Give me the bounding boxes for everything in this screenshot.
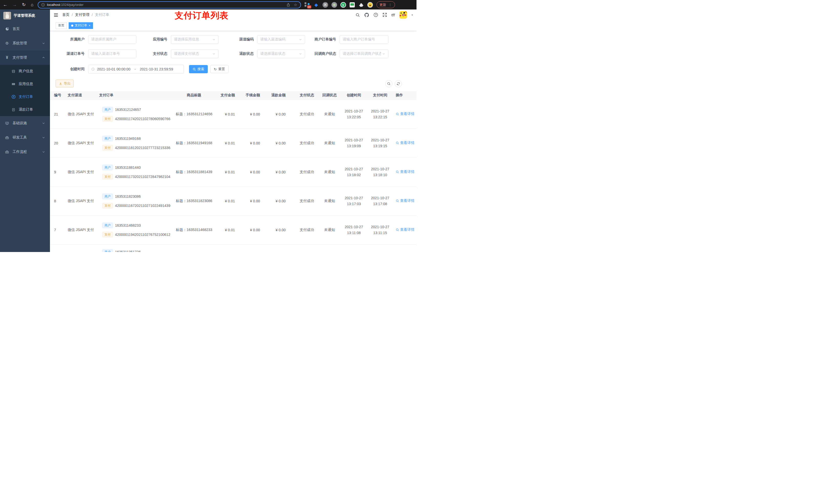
address-bar[interactable]: localhost:1024/pay/order ☆	[38, 1, 301, 8]
app-select[interactable]: 请选择应用信息	[171, 35, 218, 44]
sidebar-item-workflow[interactable]: 工作流程	[0, 145, 50, 159]
user-avatar[interactable]	[399, 11, 407, 19]
filter-label: 支付状态	[139, 51, 167, 56]
create-time-range-input[interactable]: 2021-10-01 00:00:00 - 2021-10-31 23:59:5…	[88, 65, 184, 73]
sidebar-logo[interactable]: 芋道管理系统	[0, 9, 50, 22]
sidebar-item-merchant-info[interactable]: 商户信息	[0, 65, 50, 78]
sidebar-item-system[interactable]: ⚙ 系统管理	[0, 36, 50, 50]
help-icon[interactable]: ?	[374, 13, 378, 17]
extension-dot-icon[interactable]	[331, 2, 337, 8]
browser-update-button[interactable]: 更新 ⋮	[377, 1, 395, 8]
site-info-icon[interactable]	[41, 3, 45, 7]
breadcrumb-pay-order: 支付订单	[95, 13, 110, 17]
sidebar-item-label: 退款订单	[19, 107, 33, 112]
tab-pay-order[interactable]: 支付订单 ×	[69, 22, 93, 29]
browser-back-icon[interactable]: ←	[3, 3, 7, 7]
extension-command-icon[interactable]: ⌘	[323, 2, 328, 8]
yen-icon: ¥	[5, 55, 9, 60]
browser-forward-icon[interactable]: →	[13, 3, 17, 7]
sidebar-item-refund-order[interactable]: 退款订单	[0, 103, 50, 116]
sidebar-item-label: 首页	[13, 27, 20, 31]
table-header-row: 编号 支付渠道 支付订单 商品标题 支付金额 手续金额 退款金额 支付状态 回调…	[50, 91, 416, 100]
sidebar-submenu-payment: 商户信息 应用信息 ¥ 支付订单	[0, 65, 50, 116]
merchant-tag: 商户	[102, 136, 113, 141]
merchant-tag: 商户	[102, 194, 113, 199]
gear-icon: ⚙	[5, 41, 9, 46]
date-start: 2021-10-01 00:00:00	[97, 67, 130, 71]
user-menu-caret-icon[interactable]: ▾	[411, 13, 413, 17]
channel-order-no-input[interactable]: 请输入渠道订单号	[88, 49, 136, 58]
reset-button[interactable]: ↻ 重置	[210, 65, 229, 73]
col-header-id: 编号	[50, 91, 64, 100]
chevron-down-icon	[212, 52, 215, 55]
breadcrumb-home[interactable]: 首页	[62, 13, 69, 17]
chevron-up-icon	[42, 56, 45, 59]
view-detail-link[interactable]: 查看详情	[396, 227, 414, 232]
sidebar-item-app-info[interactable]: 应用信息	[0, 78, 50, 90]
sidebar-toggle-icon[interactable]	[53, 13, 58, 17]
pay-status-select[interactable]: 请选择支付状态	[171, 49, 218, 58]
col-header-order: 支付订单	[99, 91, 170, 100]
view-detail-link[interactable]: 查看详情	[396, 198, 414, 203]
extension-gem-icon[interactable]: ◆	[313, 2, 319, 8]
status-badge: 支付成功	[295, 215, 318, 244]
browser-reload-icon[interactable]: ↻	[22, 3, 26, 7]
extension-y-icon[interactable]: y	[340, 2, 346, 8]
col-header-refund: 退款金额	[270, 91, 295, 100]
view-detail-link[interactable]: 查看详情	[396, 141, 414, 145]
status-badge: 支付成功	[295, 187, 318, 215]
extensions-puzzle-icon[interactable]	[358, 2, 364, 8]
breadcrumb-payment[interactable]: 支付管理	[75, 13, 89, 17]
date-end: 2021-10-31 23:59:59	[140, 67, 173, 71]
extension-chat-icon[interactable]	[349, 2, 355, 8]
col-header-notify: 回调状态	[318, 91, 341, 100]
sidebar-item-label: 工作流程	[13, 149, 27, 154]
sidebar-item-home[interactable]: 首页	[0, 22, 50, 36]
view-detail-link[interactable]: 查看详情	[396, 112, 414, 116]
col-header-status: 支付状态	[295, 91, 318, 100]
github-icon[interactable]	[364, 13, 369, 18]
view-detail-link[interactable]: 查看详情	[396, 170, 414, 174]
close-icon[interactable]: ×	[89, 24, 90, 27]
status-badge: 支付成功	[295, 158, 318, 187]
filter-label: 创建时间	[56, 67, 85, 71]
col-header-fee: 手续金额	[245, 91, 270, 100]
merchant-order-no-input[interactable]: 请输入商户订单编号	[340, 35, 388, 44]
status-badge: 支付成功	[295, 128, 318, 158]
tab-home[interactable]: 首页	[55, 22, 67, 29]
breadcrumb: 首页 / 支付管理 / 支付订单	[62, 13, 110, 17]
col-header-action: 操作	[393, 91, 416, 100]
sidebar-item-pay-order[interactable]: ¥ 支付订单	[0, 90, 50, 103]
active-dot-icon	[71, 25, 73, 27]
font-size-icon[interactable]: tT	[391, 13, 395, 17]
status-badge: 支付成功	[295, 100, 318, 128]
profile-smiley-icon[interactable]	[367, 2, 373, 8]
browser-home-icon[interactable]: ⌂	[31, 3, 33, 7]
search-icon[interactable]	[356, 13, 360, 17]
sidebar-item-label: 商户信息	[19, 69, 33, 73]
search-button[interactable]: 搜索	[189, 65, 208, 73]
sidebar-item-label: 应用信息	[19, 82, 33, 86]
extension-diamond-icon[interactable]: ◆ 10	[305, 2, 310, 8]
sidebar-item-infra[interactable]: 基础设施	[0, 116, 50, 130]
grid-icon	[11, 82, 16, 86]
merchant-input[interactable]: 请选择所属商户	[88, 35, 136, 44]
svg-text:?: ?	[375, 14, 377, 16]
col-header-pay-time: 支付时间	[367, 91, 393, 100]
browser-menu-icon[interactable]: ⋮	[388, 3, 392, 7]
sidebar-item-dev-tools[interactable]: 研发工具	[0, 130, 50, 145]
table-row-partial: 商户1635311351726	[50, 244, 416, 252]
export-button[interactable]: 导出	[55, 80, 74, 87]
toggle-search-button[interactable]	[385, 80, 392, 87]
bookmark-star-icon[interactable]: ☆	[294, 3, 297, 7]
col-header-title: 商品标题	[170, 91, 218, 100]
pay-tag: 支付	[102, 174, 113, 179]
share-icon[interactable]	[286, 3, 290, 7]
sidebar-item-payment[interactable]: ¥ 支付管理	[0, 50, 50, 65]
table-row: 21 微信 JSAPI 支付 商户1635312124657 支付4200001…	[50, 100, 416, 128]
merchant-tag: 商户	[102, 249, 113, 252]
col-header-amount: 支付金额	[218, 91, 245, 100]
refresh-table-button[interactable]	[395, 80, 402, 87]
callback-status-select[interactable]: 请选择订单回调商户状态	[340, 49, 388, 58]
fullscreen-icon[interactable]	[382, 13, 387, 17]
